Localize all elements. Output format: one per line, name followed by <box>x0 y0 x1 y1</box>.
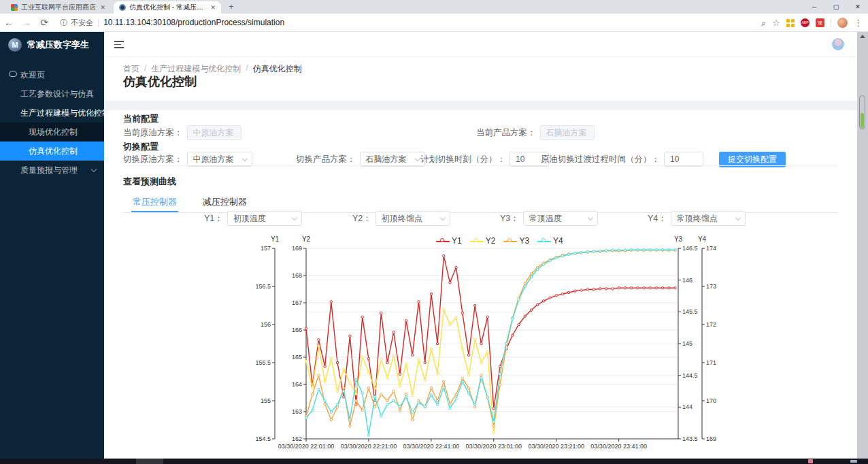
svg-text:145: 145 <box>682 340 692 347</box>
svg-text:03/30/2020 23:21:00: 03/30/2020 23:21:00 <box>528 443 584 450</box>
address-bar[interactable]: 10.11.13.104:30108/productionProcess/sim… <box>103 18 284 27</box>
breadcrumb-item: 仿真优化控制 <box>253 63 302 75</box>
switch-crude-group: 切换原油方案： 中原油方案 <box>123 152 252 167</box>
new-tab-button[interactable]: + <box>226 2 237 13</box>
sidebar-item-仿真优化控制[interactable]: 仿真优化控制 <box>0 142 104 161</box>
info-icon[interactable]: ⓘ <box>60 18 67 28</box>
switch-product-select[interactable]: 石脑油方案 <box>360 152 425 167</box>
svg-text:169: 169 <box>706 435 716 442</box>
window-close-icon[interactable]: ✕ <box>848 0 868 14</box>
svg-text:Y2: Y2 <box>302 235 311 243</box>
transition-time-group: 原油切换过渡过程时间（分）： <box>541 152 703 167</box>
logo-badge-icon: M <box>8 38 22 52</box>
site-security[interactable]: ⓘ 不安全 <box>60 18 93 28</box>
svg-text:Y3: Y3 <box>674 235 683 243</box>
sidebar-item-label: 质量预报与管理 <box>20 165 78 176</box>
svg-text:03/30/2020 22:41:00: 03/30/2020 22:41:00 <box>403 443 460 450</box>
scrollbar-up-icon[interactable] <box>860 35 865 38</box>
chevron-down-icon <box>440 215 446 220</box>
switch-product-label: 切换产品方案： <box>296 154 356 165</box>
bookmark-star-icon[interactable]: ☆ <box>772 18 780 28</box>
current-product-label: 当前产品方案： <box>476 127 536 139</box>
switch-crude-value: 中原油方案 <box>193 154 234 165</box>
sidebar-item-现场优化控制[interactable]: 现场优化控制 <box>0 122 104 142</box>
controller-tabs: 常压控制器减压控制器 <box>123 190 838 213</box>
tab-close-icon[interactable]: ✕ <box>100 4 105 11</box>
svg-text:170: 170 <box>706 397 716 404</box>
current-crude-label: 当前原油方案： <box>123 127 183 139</box>
toolbar-divider <box>831 18 831 28</box>
svg-text:03/30/2020 23:41:00: 03/30/2020 23:41:00 <box>590 443 647 450</box>
sidebar-item-欢迎页[interactable]: 欢迎页 <box>0 65 104 84</box>
y-selector-group: Y2：初顶终馏点 <box>352 211 450 226</box>
svg-text:165: 165 <box>292 354 302 361</box>
twin-favicon-icon <box>119 4 126 11</box>
window-maximize-icon[interactable]: ▢ <box>826 0 846 14</box>
menu-dots-icon[interactable]: ⋮ <box>854 18 863 28</box>
svg-text:154.5: 154.5 <box>255 435 271 442</box>
app-logo: M 常减压数字孪生 <box>0 32 104 57</box>
svg-text:172: 172 <box>706 321 716 328</box>
tab-常压控制器[interactable]: 常压控制器 <box>131 190 178 212</box>
y-selector-value: 初顶终馏点 <box>382 213 422 225</box>
svg-text:163: 163 <box>292 408 302 415</box>
y-selector-label: Y3： <box>500 213 519 225</box>
taskbar-app-segment[interactable] <box>136 459 163 464</box>
svg-text:155.5: 155.5 <box>255 359 271 366</box>
sidebar-item-label: 欢迎页 <box>20 69 45 81</box>
taskbar-clock-area[interactable] <box>850 460 857 463</box>
y-selector-group: Y3：常顶温度 <box>500 211 598 226</box>
svg-text:174: 174 <box>706 245 716 252</box>
current-crude-input: 中原油方案 <box>187 125 241 140</box>
svg-text:162: 162 <box>292 435 302 442</box>
svg-text:03/30/2020 22:21:00: 03/30/2020 22:21:00 <box>341 443 397 450</box>
extension-translate-icon[interactable]: 译 <box>816 18 824 27</box>
page-scrollbar[interactable] <box>857 32 868 459</box>
window-minimize-icon[interactable]: ─ <box>804 0 824 14</box>
browser-tab-store[interactable]: 工业互联网平台应用商店 ✕ <box>5 1 111 14</box>
svg-text:144.5: 144.5 <box>682 372 698 379</box>
switch-crude-select[interactable]: 中原油方案 <box>187 152 252 167</box>
sidebar-item-label: 现场优化控制 <box>29 127 78 138</box>
svg-text:03/30/2020 22:01:00: 03/30/2020 22:01:00 <box>278 443 335 450</box>
forward-icon[interactable]: → <box>18 17 35 28</box>
security-label: 不安全 <box>71 18 93 28</box>
scrollbar-thumb[interactable] <box>859 95 865 129</box>
y-selector-label: Y2： <box>352 213 371 225</box>
sidebar-item-生产过程建模与优化控制[interactable]: 生产过程建模与优化控制 <box>0 103 104 122</box>
y-selector-select[interactable]: 常顶温度 <box>523 211 598 226</box>
browser-tab-active[interactable]: 仿真优化控制 - 常减压数字孪生 ✕ <box>114 1 221 14</box>
svg-text:164: 164 <box>292 381 302 388</box>
zoom-page-icon[interactable]: ⌕ <box>761 18 766 29</box>
y-selector-select[interactable]: 常顶终馏点 <box>671 211 746 226</box>
scrollbar-progress <box>861 113 864 128</box>
user-avatar[interactable] <box>832 38 844 50</box>
svg-text:144: 144 <box>682 403 692 410</box>
tab-close-icon[interactable]: ✕ <box>210 4 216 11</box>
extension-adblock-icon[interactable]: ABP <box>801 18 809 27</box>
current-crude-group: 当前原油方案： 中原油方案 <box>123 125 241 140</box>
browser-tabstrip: 工业互联网平台应用商店 ✕ 仿真优化控制 - 常减压数字孪生 ✕ + ─ ▢ ✕ <box>0 0 868 14</box>
welcome-icon <box>9 71 17 77</box>
taskbar-tray-icon[interactable] <box>808 459 813 463</box>
chart: Y1157156.5156155.5155154.5Y2169168167166… <box>252 235 755 452</box>
svg-text:03/30/2020 23:01:00: 03/30/2020 23:01:00 <box>466 443 522 450</box>
sidebar-item-工艺参数设计与仿真[interactable]: 工艺参数设计与仿真 <box>0 84 104 103</box>
y-selector-group: Y1：初顶温度 <box>204 211 302 226</box>
tab-减压控制器[interactable]: 减压控制器 <box>201 190 248 212</box>
svg-text:171: 171 <box>706 359 716 366</box>
svg-text:156: 156 <box>261 321 271 328</box>
sidebar-collapse-icon[interactable] <box>114 41 124 48</box>
sidebar-item-质量预报与管理[interactable]: 质量预报与管理 <box>0 161 104 180</box>
transition-time-input[interactable] <box>664 152 703 167</box>
reload-icon[interactable]: ⟳ <box>35 17 53 28</box>
extension-grid-icon[interactable] <box>786 19 795 27</box>
y-selector-select[interactable]: 初顶温度 <box>227 211 302 226</box>
chevron-down-icon <box>735 215 741 220</box>
browser-profile-avatar[interactable] <box>837 18 848 28</box>
y-selector-select[interactable]: 初顶终馏点 <box>375 211 450 226</box>
y-selector-value: 初顶温度 <box>233 213 266 225</box>
switch-product-value: 石脑油方案 <box>366 154 407 165</box>
url-separator: | <box>97 18 99 27</box>
back-icon[interactable]: ← <box>0 17 18 28</box>
